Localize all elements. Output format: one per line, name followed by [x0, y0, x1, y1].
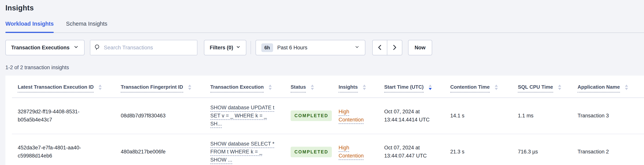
- cell-status: COMPLETED: [290, 134, 338, 165]
- search-icon: [94, 44, 101, 51]
- cell-fingerprint-id: 08d8b7d97f830463: [121, 98, 210, 134]
- sort-icon-active-desc[interactable]: [429, 85, 432, 90]
- high-contention-link[interactable]: High Contention: [338, 144, 368, 160]
- filters-button[interactable]: Filters (0): [204, 40, 246, 55]
- insights-table: Latest Transaction Execution ID Transact…: [12, 76, 644, 165]
- insight-type-select[interactable]: Transaction Executions: [6, 40, 84, 55]
- status-badge: COMPLETED: [290, 147, 332, 157]
- chevron-down-icon: [73, 44, 79, 51]
- cell-application-name: Transaction 3: [578, 98, 644, 134]
- cell-application-name: Transaction 2: [578, 134, 644, 165]
- table-header-row: Latest Transaction Execution ID Transact…: [12, 76, 644, 98]
- time-next-button[interactable]: [387, 40, 402, 55]
- column-header-contention-time[interactable]: Contention Time: [450, 76, 518, 98]
- chevron-left-icon: [377, 44, 383, 51]
- sort-icon[interactable]: [98, 85, 102, 90]
- table-row: 452da3e7-e7fa-4801-aa40-c59988d14eb6 480…: [12, 134, 644, 165]
- cell-latest-execution-id: 452da3e7-e7fa-4801-aa40-c59988d14eb6: [12, 134, 121, 165]
- transaction-execution-link[interactable]: SHOW database UPDATE t SET v = _ WHERE k…: [210, 104, 280, 128]
- time-prev-button[interactable]: [372, 40, 387, 55]
- insight-type-label: Transaction Executions: [11, 45, 70, 51]
- sort-icon[interactable]: [495, 85, 498, 90]
- cell-latest-execution-id: 328729d2-ff19-4408-8531-b05a5b4e43c7: [12, 98, 121, 134]
- toolbar: Transaction Executions Filters (0) 6h Pa…: [6, 40, 644, 55]
- cell-start-time: Oct 07, 2024 at 13:44:07.447 UTC: [384, 134, 450, 165]
- column-header-start-time[interactable]: Start Time (UTC): [384, 76, 450, 98]
- column-header-fingerprint-id[interactable]: Transaction Fingerprint ID: [121, 76, 210, 98]
- column-header-sql-cpu-time[interactable]: SQL CPU Time: [518, 76, 578, 98]
- sort-icon[interactable]: [269, 85, 272, 90]
- column-header-latest-execution-id[interactable]: Latest Transaction Execution ID: [12, 76, 121, 98]
- cell-insights: High Contention: [338, 134, 384, 165]
- sort-icon[interactable]: [558, 85, 561, 90]
- now-button[interactable]: Now: [408, 40, 432, 55]
- search-input[interactable]: [104, 45, 193, 51]
- time-range-label: Past 6 Hours: [277, 45, 307, 51]
- status-badge: COMPLETED: [290, 110, 332, 121]
- column-header-transaction-execution[interactable]: Transaction Execution: [210, 76, 290, 98]
- time-nav: [372, 40, 402, 55]
- column-header-status[interactable]: Status: [290, 76, 338, 98]
- tab-workload-insights[interactable]: Workload Insights: [6, 21, 54, 32]
- cell-sql-cpu-time: 1.1 ms: [518, 98, 578, 134]
- time-range-picker[interactable]: 6h Past 6 Hours: [256, 40, 365, 55]
- cell-contention-time: 21.3 s: [450, 134, 518, 165]
- high-contention-link[interactable]: High Contention: [338, 108, 368, 124]
- results-count: 1-2 of 2 transaction insights: [6, 65, 644, 71]
- table-row: 328729d2-ff19-4408-8531-b05a5b4e43c7 08d…: [12, 98, 644, 134]
- search-box[interactable]: [90, 40, 198, 55]
- page-title: Insights: [6, 4, 644, 12]
- cell-sql-cpu-time: 716.3 µs: [518, 134, 578, 165]
- transaction-execution-link[interactable]: SHOW database SELECT * FROM t WHERE k = …: [210, 140, 280, 164]
- filters-label: Filters (0): [210, 45, 233, 51]
- column-header-application-name[interactable]: Application Name: [578, 76, 644, 98]
- tab-schema-insights[interactable]: Schema Insights: [66, 21, 107, 32]
- sort-icon[interactable]: [188, 85, 191, 90]
- toolbar-divider: [250, 41, 251, 54]
- sort-icon[interactable]: [625, 85, 628, 90]
- time-range-badge: 6h: [261, 43, 273, 52]
- cell-status: COMPLETED: [290, 98, 338, 134]
- cell-contention-time: 14.1 s: [450, 98, 518, 134]
- sort-icon[interactable]: [311, 85, 314, 90]
- cell-transaction-execution: SHOW database UPDATE t SET v = _ WHERE k…: [210, 98, 290, 134]
- insights-table-card: Latest Transaction Execution ID Transact…: [6, 76, 644, 165]
- cell-fingerprint-id: 480a8b217be006fe: [121, 134, 210, 165]
- column-header-insights[interactable]: Insights: [338, 76, 384, 98]
- tab-bar: Workload Insights Schema Insights: [6, 21, 644, 33]
- chevron-down-icon: [236, 45, 240, 51]
- chevron-down-icon: [354, 45, 360, 51]
- cell-insights: High Contention: [338, 98, 384, 134]
- cell-start-time: Oct 07, 2024 at 13:44:14.4414 UTC: [384, 98, 450, 134]
- cell-transaction-execution: SHOW database SELECT * FROM t WHERE k = …: [210, 134, 290, 165]
- chevron-right-icon: [392, 44, 398, 51]
- sort-icon[interactable]: [363, 85, 366, 90]
- insights-page: Insights Workload Insights Schema Insigh…: [0, 0, 644, 165]
